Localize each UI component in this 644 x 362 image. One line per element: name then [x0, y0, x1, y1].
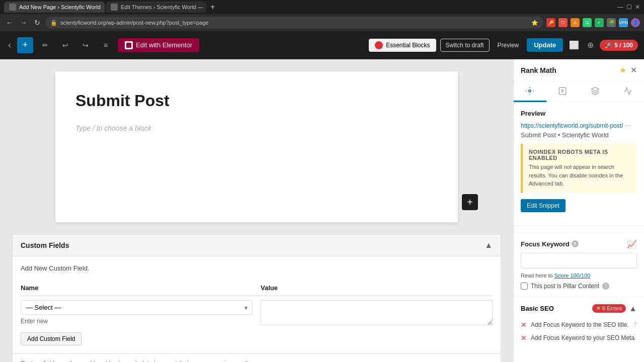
tab-label-2: Edit Themes › Scientyfic World — [121, 4, 203, 10]
bseo-collapse-icon[interactable]: ▲ [629, 304, 637, 313]
ext-puzzle[interactable]: 🧩 [607, 18, 616, 27]
editor-area[interactable]: Submit Post Type / to choose a block + C… [0, 59, 513, 362]
fk-pillar-label[interactable]: This post is Pillar Content ? [521, 283, 637, 290]
cf-row: — Select — ▼ Enter new [21, 300, 493, 327]
tab-favicon-1 [9, 4, 16, 11]
browser-chrome: Add New Page › Scientyfic World ✕ Edit T… [0, 0, 644, 31]
cf-footer-link[interactable]: use in your theme [213, 360, 261, 362]
pencil-tool-button[interactable]: ✏ [37, 37, 53, 53]
bseo-help-icon-1[interactable]: ? [633, 321, 637, 328]
bseo-errors-badge: ✕ 6 Errors [592, 304, 626, 313]
svg-point-0 [529, 90, 531, 93]
switch-to-draft-button[interactable]: Switch to draft [440, 39, 490, 52]
browser-extension-icons: 🔑 🛡 ⚠ G ✓ 🧩 VPN 👤 [546, 18, 640, 27]
ext-lastpass[interactable]: 🔑 [546, 18, 555, 27]
update-button[interactable]: Update [527, 38, 563, 52]
cf-select-container: — Select — ▼ [21, 300, 253, 315]
rm-url-dots-icon[interactable]: ⋯ [625, 122, 631, 129]
bseo-header: Basic SEO ✕ 6 Errors ▲ [521, 304, 637, 313]
ext-orange[interactable]: ⚠ [571, 18, 580, 27]
elementor-button-label: Edit with Elementor [136, 41, 192, 49]
essential-blocks-icon [375, 41, 383, 49]
post-title[interactable]: Submit Post [75, 92, 438, 110]
fk-label: Focus Keyword ? [521, 240, 579, 248]
ext-check[interactable]: ✓ [595, 18, 604, 27]
cf-value-textarea[interactable] [261, 300, 493, 325]
bseo-title: Basic SEO [521, 305, 554, 312]
cf-enter-new-label: Enter new [21, 318, 253, 325]
browser-navigation: ← → ↻ 🔒 scientyficworld.org/wp-admin/pos… [0, 14, 644, 31]
rankmath-sidebar: Rank Math ★ ✕ Preview https://s [513, 59, 644, 362]
custom-fields-body: Add New Custom Field. Name Value — Selec… [13, 256, 501, 353]
layout-toggle-button[interactable]: ⬜ [567, 38, 581, 52]
fk-pillar-checkbox[interactable] [521, 283, 528, 290]
bseo-item-1: ✕ Add Focus Keyword to the SEO title. ? [521, 318, 637, 331]
rankmath-close-icon[interactable]: ✕ [630, 65, 637, 75]
address-text: scientyficworld.org/wp-admin/post-new.ph… [60, 20, 528, 26]
rm-url-text[interactable]: https://scientyficworld.org/submit-post/ [521, 122, 623, 129]
rm-tab-analytics[interactable] [611, 81, 644, 102]
ext-shields[interactable]: 🛡 [558, 18, 568, 27]
edit-elementor-button[interactable]: Edit with Elementor [118, 38, 199, 52]
cf-value-header: Value [261, 284, 493, 292]
rm-tab-schema[interactable] [579, 81, 612, 102]
wp-back-button[interactable]: ‹ [6, 38, 13, 52]
focus-keyword-section: Focus Keyword ? 📈 Read here to Score 100… [514, 232, 644, 297]
fk-score-link: Read here to Score 100/100 [521, 273, 637, 279]
rm-noindex-title: NOINDEX ROBOTS META IS ENABLED [529, 149, 631, 161]
fk-score-anchor[interactable]: Score 100/100 [554, 273, 591, 279]
score-badge[interactable]: 🚀 5 / 100 [600, 40, 638, 51]
focus-keyword-input[interactable] [521, 253, 637, 268]
ext-user[interactable]: 👤 [631, 18, 640, 27]
cf-name-header: Name [21, 284, 253, 292]
new-tab-button[interactable]: + [207, 2, 218, 13]
bseo-item-2: ✕ Add Focus Keyword to your SEO Meta [521, 331, 637, 344]
window-minimize[interactable]: — [617, 4, 623, 11]
bseo-error-icon-1: ✕ [521, 321, 527, 329]
inline-add-block-button[interactable]: + [462, 194, 478, 210]
undo-button[interactable]: ↩ [57, 37, 73, 53]
window-maximize[interactable]: ☐ [626, 4, 632, 11]
block-placeholder[interactable]: Type / to choose a block [75, 120, 438, 136]
reload-button[interactable]: ↻ [32, 17, 42, 29]
rankmath-header: Rank Math ★ ✕ [514, 59, 644, 81]
rankmath-star-icon[interactable]: ★ [619, 65, 626, 75]
fk-pillar-container: This post is Pillar Content ? [521, 283, 637, 290]
custom-fields-header[interactable]: Custom Fields ▲ [13, 235, 501, 256]
rankmath-header-icons: ★ ✕ [619, 65, 637, 75]
rm-tab-advanced[interactable] [546, 81, 579, 102]
back-button[interactable]: ← [4, 17, 15, 29]
fk-trending-icon[interactable]: 📈 [627, 239, 637, 249]
custom-fields-collapse-icon[interactable]: ▲ [485, 241, 493, 250]
edit-snippet-button[interactable]: Edit Snippet [521, 199, 566, 212]
cf-name-select[interactable]: — Select — [21, 300, 253, 315]
preview-button[interactable]: Preview [494, 39, 523, 51]
add-block-button[interactable]: + [17, 37, 33, 53]
add-custom-field-button[interactable]: Add Custom Field [21, 332, 82, 345]
rm-noindex-desc: This page will not appear in search resu… [529, 163, 631, 188]
rm-divider [514, 225, 644, 226]
browser-tab-2[interactable]: Edit Themes › Scientyfic World — ✕ [106, 2, 206, 13]
redo-button[interactable]: ↪ [77, 37, 94, 53]
rm-preview-page-title: Submit Post • Scientyfic World [521, 131, 637, 139]
ext-green[interactable]: G [583, 18, 592, 27]
rankmath-tabs [514, 81, 644, 103]
fk-pillar-help-icon[interactable]: ? [602, 283, 609, 290]
fk-help-icon[interactable]: ? [572, 240, 579, 247]
settings-button[interactable]: ⊕ [585, 38, 596, 52]
address-bar[interactable]: 🔒 scientyficworld.org/wp-admin/post-new.… [45, 17, 543, 29]
custom-fields-title: Custom Fields [21, 241, 69, 249]
window-close[interactable]: ✕ [635, 4, 640, 11]
list-view-button[interactable]: ≡ [98, 37, 114, 53]
forward-button[interactable]: → [18, 17, 29, 29]
essential-blocks-button[interactable]: Essential Blocks [369, 39, 436, 52]
toolbar-left: ‹ + ✏ ↩ ↪ ≡ Edit with Elementor [6, 37, 199, 53]
browser-tab-1[interactable]: Add New Page › Scientyfic World ✕ [4, 2, 105, 13]
basic-seo-section: Basic SEO ✕ 6 Errors ▲ ✕ Add Focus Keywo… [514, 297, 644, 351]
bseo-error-icon-2: ✕ [521, 334, 527, 342]
ext-vpn[interactable]: VPN [619, 18, 628, 27]
custom-fields-panel: Custom Fields ▲ Add New Custom Field. Na… [12, 234, 501, 362]
bookmark-icon[interactable]: ⭐ [531, 20, 538, 26]
rm-tab-general[interactable] [514, 81, 546, 102]
main-area: Submit Post Type / to choose a block + C… [0, 59, 644, 362]
